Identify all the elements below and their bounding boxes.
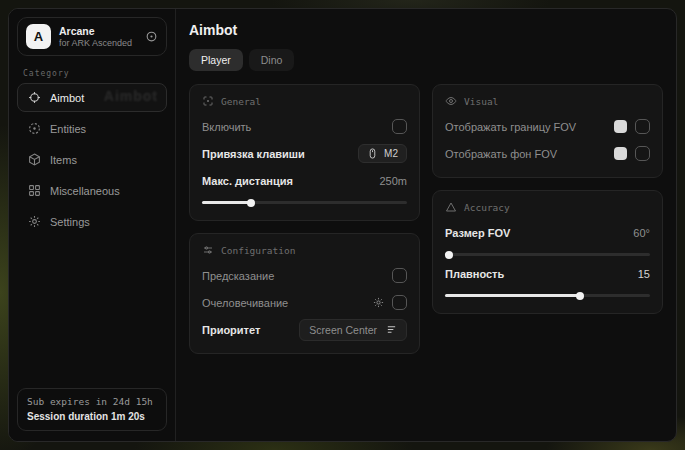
priority-label: Приоритет (202, 324, 260, 336)
sidebar: A Arcane for ARK Ascended Category Aimbo… (9, 9, 176, 441)
fov-bg-checkbox[interactable] (635, 146, 650, 161)
sidebar-item-label: Aimbot (50, 92, 84, 104)
mouse-icon (367, 148, 378, 159)
app-logo: A (26, 24, 51, 49)
fov-bg-label: Отображать фон FOV (445, 148, 557, 160)
card-general-header: General (202, 95, 407, 107)
sidebar-item-miscellaneous[interactable]: Miscellaneous (17, 176, 167, 205)
fov-border-label: Отображать границу FOV (445, 121, 576, 133)
sidebar-nav: Aimbot Aimbot Entities Items (17, 83, 167, 236)
distance-slider-fill (202, 201, 251, 204)
smoothness-slider-fill (445, 294, 580, 297)
card-header-label: Configuration (221, 245, 295, 256)
tab-bar: Player Dino (189, 49, 663, 71)
app-identity: Arcane for ARK Ascended (59, 25, 132, 48)
card-accuracy-header: Accuracy (445, 201, 650, 213)
keybind-row: Привязка клавиши M2 (202, 141, 407, 166)
eye-icon (445, 95, 457, 107)
app-window: A Arcane for ARK Ascended Category Aimbo… (8, 8, 677, 442)
sliders-icon (202, 244, 214, 256)
enable-label: Включить (202, 121, 251, 133)
prediction-row: Предсказание (202, 263, 407, 288)
card-visual: Visual Отображать границу FOV Отображать… (432, 84, 663, 178)
distance-slider[interactable] (202, 201, 407, 204)
fov-size-value: 60° (633, 227, 650, 239)
right-column: Visual Отображать границу FOV Отображать… (432, 84, 663, 314)
card-general: General Включить Привязка клавиши (189, 84, 420, 221)
card-accuracy: Accuracy Размер FOV 60° Плавность 15 (432, 190, 663, 314)
fov-border-row: Отображать границу FOV (445, 114, 650, 139)
distance-label: Макс. дистанция (202, 175, 293, 187)
triangle-icon (445, 201, 457, 213)
humanize-row: Очеловечивание (202, 290, 407, 315)
smoothness-row: Плавность 15 (445, 261, 650, 286)
card-header-label: General (221, 96, 261, 107)
app-name: Arcane (59, 25, 132, 37)
priority-dropdown[interactable]: Screen Center (299, 319, 407, 341)
sidebar-item-aimbot[interactable]: Aimbot Aimbot (17, 83, 167, 112)
smoothness-value: 15 (638, 268, 650, 280)
fov-bg-row: Отображать фон FOV (445, 141, 650, 166)
distance-value: 250m (379, 175, 407, 187)
enable-checkbox[interactable] (392, 119, 407, 134)
priority-value: Screen Center (309, 324, 377, 336)
app-subtitle: for ARK Ascended (59, 38, 132, 48)
scan-icon (202, 95, 214, 107)
card-visual-header: Visual (445, 95, 650, 107)
humanize-settings-gear-icon[interactable] (373, 297, 384, 308)
cards-grid: General Включить Привязка клавиши (189, 84, 663, 354)
keybind-value: M2 (384, 148, 398, 159)
fov-size-slider[interactable] (445, 253, 650, 256)
card-configuration-header: Configuration (202, 244, 407, 256)
category-label: Category (23, 69, 161, 78)
distance-row: Макс. дистанция 250m (202, 168, 407, 193)
list-icon (386, 324, 397, 335)
tab-dino[interactable]: Dino (249, 49, 295, 71)
keybind-button[interactable]: M2 (358, 144, 407, 163)
smoothness-slider-thumb[interactable] (576, 292, 584, 300)
smoothness-slider[interactable] (445, 294, 650, 297)
sidebar-item-label: Settings (50, 216, 90, 228)
crosshair-icon (28, 91, 41, 104)
keybind-label: Привязка клавиши (202, 148, 305, 160)
radar-icon (28, 122, 41, 135)
card-header-label: Visual (464, 96, 498, 107)
distance-slider-thumb[interactable] (247, 199, 255, 207)
card-configuration: Configuration Предсказание Очеловечивани… (189, 233, 420, 354)
humanize-checkbox[interactable] (392, 295, 407, 310)
grid-icon (28, 184, 41, 197)
page-title: Aimbot (189, 22, 663, 38)
smoothness-label: Плавность (445, 268, 504, 280)
sidebar-item-settings[interactable]: Settings (17, 207, 167, 236)
fov-size-slider-fill (445, 253, 449, 256)
box-icon (28, 153, 41, 166)
prediction-label: Предсказание (202, 270, 274, 282)
gear-icon (28, 215, 41, 228)
fov-border-color-swatch[interactable] (614, 120, 627, 133)
sidebar-item-label: Miscellaneous (50, 185, 120, 197)
priority-row: Приоритет Screen Center (202, 317, 407, 342)
fov-border-checkbox[interactable] (635, 119, 650, 134)
fov-size-label: Размер FOV (445, 227, 510, 239)
sidebar-item-items[interactable]: Items (17, 145, 167, 174)
enable-row: Включить (202, 114, 407, 139)
aimbot-watermark: Aimbot (104, 88, 158, 104)
fov-size-row: Размер FOV 60° (445, 220, 650, 245)
logo-card: A Arcane for ARK Ascended (17, 17, 167, 56)
session-duration-text: Session duration 1m 20s (27, 411, 157, 422)
sidebar-item-label: Items (50, 154, 77, 166)
sidebar-item-entities[interactable]: Entities (17, 114, 167, 143)
target-icon[interactable] (145, 30, 158, 43)
tab-player[interactable]: Player (189, 49, 243, 71)
sub-expires-text: Sub expires in 24d 15h (27, 396, 157, 407)
main-content: Aimbot Player Dino General (176, 9, 676, 441)
subscription-info: Sub expires in 24d 15h Session duration … (17, 388, 167, 431)
card-header-label: Accuracy (464, 202, 510, 213)
fov-bg-color-swatch[interactable] (614, 147, 627, 160)
fov-size-slider-thumb[interactable] (445, 251, 453, 259)
prediction-checkbox[interactable] (392, 268, 407, 283)
sidebar-item-label: Entities (50, 123, 86, 135)
humanize-label: Очеловечивание (202, 297, 288, 309)
left-column: General Включить Привязка клавиши (189, 84, 420, 354)
